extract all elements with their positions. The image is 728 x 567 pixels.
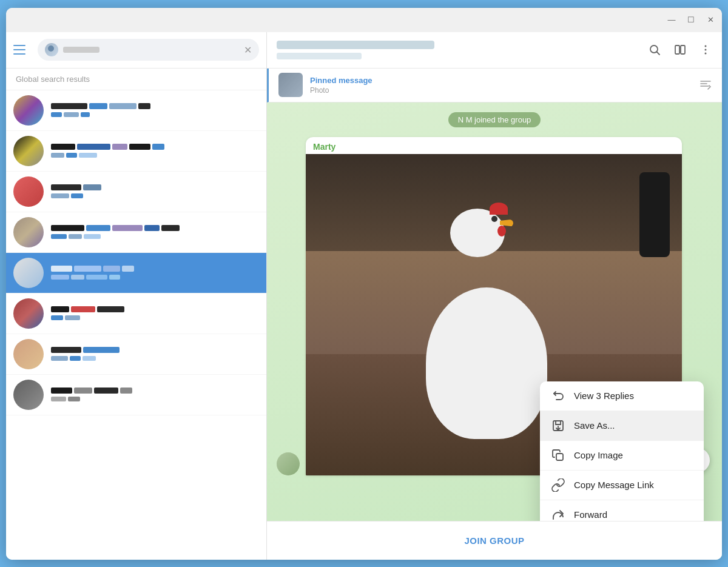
list-item-active[interactable]: [6, 253, 266, 294]
title-bar-controls: — ☐ ✕: [667, 16, 715, 24]
item-text: [51, 347, 259, 361]
desc-blur: [51, 112, 62, 117]
item-name-bar: [51, 184, 259, 190]
context-menu-item-save-as[interactable]: Save As...: [540, 411, 704, 440]
item-text: [51, 306, 259, 320]
dark-object: [639, 172, 670, 257]
list-item[interactable]: [6, 334, 266, 375]
svg-rect-3: [681, 45, 685, 54]
chat-header: [267, 32, 722, 69]
ctx-label: Forward: [574, 509, 607, 520]
chat-header-info: [277, 41, 648, 59]
item-text: [51, 103, 259, 117]
item-name-bar: [51, 347, 259, 353]
maximize-button[interactable]: ☐: [687, 16, 695, 24]
avatar: [13, 339, 44, 369]
item-name-bar: [51, 388, 259, 394]
hamburger-line: [13, 49, 25, 50]
hamburger-line: [13, 45, 25, 46]
avatar: [13, 298, 44, 329]
avatar: [13, 95, 44, 126]
desc-blur: [81, 112, 90, 117]
avatar: [13, 258, 44, 288]
ctx-label: Copy Message Link: [574, 480, 654, 490]
chicken-body: [426, 287, 547, 439]
minimize-button[interactable]: —: [667, 16, 676, 24]
context-menu: View 3 Replies Save As...: [540, 381, 704, 521]
item-name-bar: [51, 306, 259, 312]
context-menu-item-view-replies[interactable]: View 3 Replies: [540, 381, 704, 411]
svg-point-6: [705, 53, 707, 55]
svg-line-1: [657, 52, 660, 55]
ctx-label: Copy Image: [574, 450, 623, 460]
chicken-comb: [490, 203, 508, 215]
app-window: — ☐ ✕ ✕ Global searc: [6, 8, 722, 560]
pin-list-icon[interactable]: [699, 77, 712, 93]
ctx-label: Save As...: [574, 420, 615, 431]
pinned-bar[interactable]: Pinned message Photo: [267, 69, 722, 102]
item-text: [51, 225, 259, 239]
left-panel: ✕ Global search results: [6, 32, 267, 560]
search-input[interactable]: [63, 45, 244, 55]
item-text: [51, 144, 259, 158]
svg-rect-8: [556, 454, 563, 460]
chat-title: [277, 41, 434, 49]
svg-point-5: [705, 49, 707, 51]
list-item[interactable]: [6, 212, 266, 253]
item-text: [51, 266, 259, 280]
main-content: ✕ Global search results: [6, 32, 722, 560]
item-name-bar: [51, 103, 259, 109]
name-blur: [109, 103, 136, 109]
forward-icon: [551, 508, 565, 521]
reply-icon: [551, 389, 565, 403]
search-list: [6, 90, 266, 560]
item-name-bar: [51, 225, 259, 231]
context-menu-item-copy-link[interactable]: Copy Message Link: [540, 471, 704, 500]
item-text: [51, 184, 259, 198]
join-group-button[interactable]: JOIN GROUP: [464, 535, 524, 546]
desc-blur: [64, 112, 79, 117]
list-item[interactable]: [6, 131, 266, 172]
chat-bottom: JOIN GROUP: [267, 521, 722, 560]
list-item[interactable]: [6, 294, 266, 334]
context-menu-item-copy-image[interactable]: Copy Image: [540, 441, 704, 470]
more-icon[interactable]: [699, 43, 712, 56]
list-item[interactable]: [6, 375, 266, 415]
chicken: [414, 245, 559, 439]
bubble-sender: Marty: [306, 137, 682, 154]
chicken-wattle: [497, 226, 506, 237]
copy-icon: [551, 448, 565, 463]
item-text: [51, 388, 259, 401]
system-message: N M joined the group: [277, 112, 712, 127]
chicken-eye: [491, 216, 497, 222]
list-item[interactable]: [6, 172, 266, 212]
name-blur: [138, 103, 150, 109]
close-button[interactable]: ✕: [706, 16, 715, 24]
search-icon[interactable]: [648, 43, 661, 56]
right-panel: Pinned message Photo N M joined th: [267, 32, 722, 560]
name-blur: [51, 103, 87, 109]
context-menu-item-forward[interactable]: Forward: [540, 500, 704, 521]
columns-icon[interactable]: [673, 43, 687, 56]
pinned-thumbnail: [278, 73, 303, 97]
system-pill: N M joined the group: [448, 112, 541, 127]
svg-rect-2: [675, 45, 679, 54]
avatar: [13, 380, 44, 410]
search-clear-button[interactable]: ✕: [244, 44, 252, 56]
pinned-info: Pinned message Photo: [310, 76, 699, 95]
search-bar: ✕: [6, 32, 266, 69]
avatar: [13, 217, 44, 247]
chat-area[interactable]: N M joined the group Marty: [267, 102, 722, 521]
name-blur: [89, 103, 107, 109]
item-name-bar: [51, 144, 259, 150]
menu-button[interactable]: [13, 41, 32, 59]
pinned-actions: [699, 77, 712, 93]
link-icon: [551, 478, 565, 492]
list-item[interactable]: [6, 90, 266, 131]
search-avatar: [45, 43, 58, 56]
avatar: [13, 176, 44, 207]
svg-point-4: [705, 45, 707, 47]
search-input-wrapper[interactable]: ✕: [38, 39, 259, 61]
pinned-label: Pinned message: [310, 76, 699, 85]
save-icon: [551, 418, 565, 433]
